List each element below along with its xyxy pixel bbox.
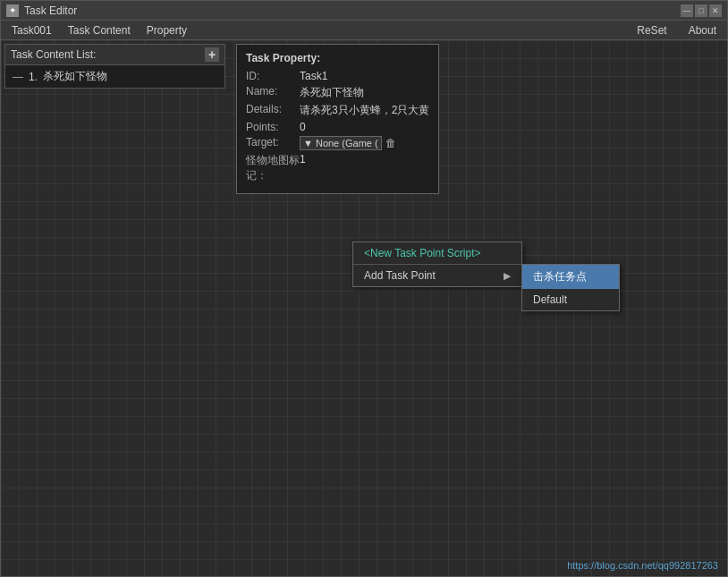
- menu-task001[interactable]: Task001: [4, 22, 59, 38]
- add-task-point-label: Add Task Point: [364, 269, 436, 282]
- task-property-panel: Task Property: ID: Task1 Name: 杀死如下怪物 De…: [236, 44, 439, 194]
- submenu-arrow-icon: ▶: [504, 270, 511, 282]
- property-label-name: Name:: [246, 85, 300, 98]
- maximize-button[interactable]: □: [695, 4, 707, 17]
- property-row-monster-marker: 怪物地图标记： 1: [246, 153, 429, 183]
- list-item-dash: —: [13, 71, 23, 83]
- trash-icon[interactable]: 🗑: [385, 137, 396, 149]
- property-value-details: 请杀死3只小黄蜂，2只大黄: [300, 103, 429, 118]
- task-list-title: Task Content List:: [11, 48, 96, 61]
- menu-left: Task001 Task Content Property: [4, 22, 194, 38]
- footer-url: https://blog.csdn.net/qq992817263: [567, 560, 718, 571]
- context-menu-container: <New Task Point Script> Add Task Point ▶…: [352, 242, 522, 287]
- title-bar: ✦ Task Editor — □ ✕: [1, 1, 727, 21]
- submenu-item-default[interactable]: Default: [522, 289, 619, 310]
- property-row-details: Details: 请杀死3只小黄蜂，2只大黄: [246, 103, 429, 118]
- new-task-script-item[interactable]: <New Task Point Script>: [353, 242, 521, 265]
- menu-right: ReSet About: [630, 22, 724, 38]
- context-menu: <New Task Point Script> Add Task Point ▶…: [352, 242, 522, 287]
- reset-button[interactable]: ReSet: [630, 22, 673, 38]
- property-label-id: ID:: [246, 70, 300, 82]
- window-controls: — □ ✕: [681, 4, 722, 17]
- target-dropdown[interactable]: ▼ None (Game (: [300, 136, 382, 150]
- property-row-id: ID: Task1: [246, 70, 429, 82]
- window-title: Task Editor: [24, 4, 681, 17]
- property-target-container: ▼ None (Game ( 🗑: [300, 136, 396, 150]
- about-button[interactable]: About: [681, 22, 724, 38]
- property-value-name: 杀死如下怪物: [300, 85, 429, 100]
- property-value-points: 0: [300, 121, 429, 133]
- task-list-header: Task Content List: +: [5, 45, 224, 65]
- submenu-item-kill[interactable]: 击杀任务点: [522, 265, 619, 289]
- add-task-point-item[interactable]: Add Task Point ▶: [353, 265, 521, 286]
- minimize-button[interactable]: —: [681, 4, 693, 17]
- left-panel: Task Content List: + — 1. 杀死如下怪物: [1, 40, 229, 576]
- property-label-points: Points:: [246, 121, 300, 133]
- property-label-monster-marker: 怪物地图标记：: [246, 153, 300, 183]
- menu-task-content[interactable]: Task Content: [61, 22, 138, 38]
- main-window: ✦ Task Editor — □ ✕ Task001 Task Content…: [0, 0, 728, 577]
- task-property-title: Task Property:: [246, 52, 429, 64]
- property-label-details: Details:: [246, 103, 300, 115]
- property-value-id: Task1: [300, 70, 429, 82]
- property-row-name: Name: 杀死如下怪物: [246, 85, 429, 100]
- menu-property[interactable]: Property: [140, 22, 194, 38]
- property-row-target: Target: ▼ None (Game ( 🗑: [246, 136, 429, 150]
- property-value-monster-marker: 1: [300, 153, 429, 165]
- property-row-points: Points: 0: [246, 121, 429, 133]
- list-item-name: 杀死如下怪物: [43, 69, 107, 84]
- list-item-index: 1.: [29, 71, 38, 83]
- close-button[interactable]: ✕: [709, 4, 722, 17]
- window-icon: ✦: [6, 4, 19, 17]
- main-area: Task Content List: + — 1. 杀死如下怪物 Task Pr…: [1, 40, 727, 576]
- property-label-target: Target:: [246, 136, 300, 148]
- list-item[interactable]: — 1. 杀死如下怪物: [5, 65, 224, 88]
- add-task-button[interactable]: +: [205, 47, 219, 62]
- task-list-panel: Task Content List: + — 1. 杀死如下怪物: [4, 44, 225, 89]
- submenu: 击杀任务点 Default: [521, 264, 620, 311]
- menu-bar: Task001 Task Content Property ReSet Abou…: [1, 21, 727, 40]
